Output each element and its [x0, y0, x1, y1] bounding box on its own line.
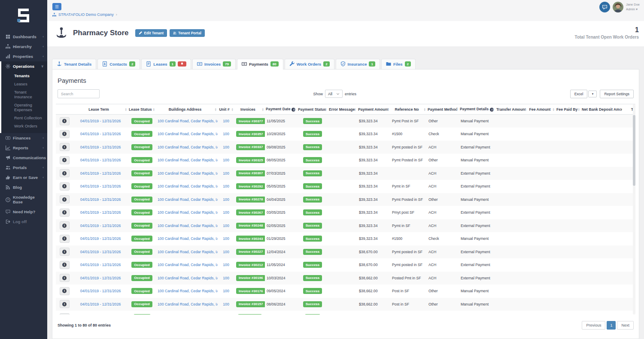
unit-link[interactable]: 100 — [223, 119, 229, 123]
unit-link[interactable]: 100 — [223, 158, 229, 162]
column-header-address[interactable]: Buildings Address▲▼ — [156, 104, 218, 115]
lease-term-link[interactable]: 04/01/2019 - 12/31/2026 — [80, 145, 121, 149]
unit-link[interactable]: 100 — [223, 171, 229, 176]
row-info-button[interactable]: i — [60, 156, 70, 164]
building-address-link[interactable]: 100 Cardinal Road, Cedar Rapids, IA 5240… — [158, 302, 218, 306]
tab-insurance[interactable]: Insurance1 — [336, 59, 380, 69]
building-address-link[interactable]: 100 Cardinal Road, Cedar Rapids, IA 5240… — [158, 210, 218, 215]
invoice-badge-link[interactable]: Invoice #30157 — [236, 301, 265, 307]
lease-term-link[interactable]: 04/01/2019 - 12/31/2026 — [80, 210, 121, 215]
column-header-payment_amount[interactable]: Payment Amount▲▼ — [357, 104, 390, 115]
column-header-transfer_amount[interactable]: Transfer Amount▲▼ — [495, 104, 528, 115]
user-avatar[interactable] — [613, 2, 623, 12]
row-info-button[interactable]: i — [60, 169, 70, 177]
sidebar-toggle-button[interactable]: ☰ — [52, 3, 61, 10]
column-header-unit[interactable]: Unit #▲▼ — [218, 104, 234, 115]
row-info-button[interactable]: i — [60, 248, 70, 256]
unit-link[interactable]: 100 — [223, 224, 229, 228]
unit-link[interactable]: 100 — [223, 210, 229, 215]
invoice-badge-link[interactable]: Invoice #30212 — [236, 262, 265, 268]
building-address-link[interactable]: 100 Cardinal Road, Cedar Rapids, IA 5240… — [158, 276, 218, 280]
sidebar-item-hierarchy[interactable]: Hierarchy‹ — [0, 42, 47, 51]
tenant-portal-button[interactable]: Tenant Portal — [170, 29, 205, 37]
report-settings-button[interactable]: Report Settings — [600, 90, 634, 98]
table-scrollbar[interactable] — [633, 104, 635, 315]
lease-term-link[interactable]: 04/01/2019 - 12/31/2026 — [80, 289, 121, 293]
invoice-badge-link[interactable]: Invoice #30307 — [236, 170, 265, 176]
sidebar-subitem-tenants[interactable]: Tenants — [1, 72, 47, 80]
sidebar-item-portals[interactable]: Portals‹ — [0, 163, 47, 173]
invoice-badge-link[interactable]: Invoice #30196 — [236, 275, 265, 281]
column-header-payment_status[interactable]: Payment Status▲▼ — [297, 104, 328, 115]
sidebar-item-knowledge-base[interactable]: ?Knowledge Base — [0, 192, 47, 207]
column-header-payment_method[interactable]: Payment Method▲▼ — [427, 104, 459, 115]
unit-link[interactable]: 100 — [223, 276, 229, 280]
sidebar-item-operations[interactable]: Operations∨ — [1, 61, 47, 71]
invoice-badge-link[interactable]: Invoice #30278 — [236, 197, 265, 203]
invoice-badge-link[interactable]: Invoice #30248 — [236, 223, 265, 229]
column-header-net_bank_deposit_amount[interactable]: Net Bank Deposit Amount▲▼ — [581, 104, 622, 115]
column-header-fee_paid_by[interactable]: Fee Paid By▲▼ — [556, 104, 581, 115]
building-address-link[interactable]: 100 Cardinal Road, Cedar Rapids, IA 5240… — [158, 171, 218, 176]
lease-term-link[interactable]: 04/01/2019 - 12/31/2026 — [80, 224, 121, 228]
building-address-link[interactable]: 100 Cardinal Road, Cedar Rapids, IA 5240… — [158, 224, 218, 228]
row-info-button[interactable]: i — [60, 261, 70, 269]
sidebar-item-need-help[interactable]: Need Help? — [0, 207, 47, 217]
lease-term-link[interactable]: 04/01/2019 - 12/31/2026 — [80, 276, 121, 280]
sidebar-subitem-rent-collection[interactable]: Rent Collection — [1, 114, 47, 122]
column-header-payment_details[interactable]: Payment Detailsi▲▼ — [459, 104, 495, 115]
building-address-link[interactable]: 100 Cardinal Road, Cedar Rapids, IA 5240… — [158, 250, 218, 254]
invoice-badge-link[interactable]: Invoice #30176 — [236, 288, 265, 294]
invoice-badge-link[interactable]: Invoice #30337 — [236, 144, 265, 150]
row-info-button[interactable]: i — [60, 300, 70, 308]
building-address-link[interactable]: 100 Cardinal Road, Cedar Rapids, IA 5240… — [158, 289, 218, 293]
sidebar-item-log-off[interactable]: Log off — [0, 217, 47, 227]
building-address-link[interactable]: 100 Cardinal Road, Cedar Rapids, IA 5240… — [158, 158, 218, 162]
row-info-button[interactable]: i — [60, 221, 70, 230]
row-info-button[interactable]: i — [60, 235, 70, 243]
column-header-reference_no[interactable]: Reference No▲▼ — [390, 104, 427, 115]
invoice-badge-link[interactable]: Invoice #30357 — [236, 131, 265, 137]
invoice-badge-link[interactable] — [238, 314, 262, 315]
excel-export-button[interactable]: Excel — [570, 90, 588, 98]
pagination-next-button[interactable]: Next — [617, 321, 634, 330]
building-address-link[interactable]: 100 Cardinal Road, Cedar Rapids, IA 5240… — [158, 263, 218, 267]
lease-term-link[interactable]: 04/01/2019 - 12/31/2026 — [80, 250, 121, 254]
lease-term-link[interactable]: 04/01/2019 - 12/31/2026 — [80, 302, 121, 306]
tab-work-orders[interactable]: Work Orders2 — [285, 59, 334, 69]
row-info-button[interactable]: i — [60, 117, 70, 125]
tab-tenant-details[interactable]: Tenant Details — [52, 59, 96, 69]
tab-leases[interactable]: Leases1 — [141, 59, 191, 69]
sidebar-item-reports[interactable]: Reports‹ — [0, 143, 47, 153]
column-header-lease_status[interactable]: Lease Status▲▼ — [128, 104, 156, 115]
tab-files[interactable]: Files2 — [381, 59, 416, 69]
invoice-badge-link[interactable]: Invoice #30267 — [236, 209, 265, 215]
lease-term-link[interactable]: 04/01/2019 - 12/31/2026 — [80, 263, 121, 267]
row-info-button[interactable]: i — [60, 182, 70, 191]
sidebar-subitem-operating-expenses[interactable]: Operating Expenses — [1, 101, 47, 114]
column-header-lease_term[interactable]: Lease Term▲▼ — [73, 104, 128, 115]
pagination-page-1-button[interactable]: 1 — [607, 321, 616, 330]
tab-invoices[interactable]: Invoices79 — [192, 59, 236, 69]
unit-link[interactable]: 100 — [223, 145, 229, 149]
row-info-button[interactable]: i — [60, 130, 70, 138]
building-address-link[interactable]: 100 Cardinal Road, Cedar Rapids, IA 5240… — [158, 145, 218, 149]
lease-term-link[interactable]: 04/01/2019 - 12/31/2026 — [80, 236, 121, 241]
lease-term-link[interactable]: 04/01/2019 - 12/31/2026 — [80, 119, 121, 123]
sidebar-item-properties[interactable]: Properties‹ — [0, 51, 47, 61]
building-address-link[interactable]: 100 Cardinal Road, Cedar Rapids, IA 5240… — [158, 132, 218, 136]
unit-link[interactable]: 100 — [223, 197, 229, 202]
sidebar-item-finances[interactable]: Finances‹ — [0, 133, 47, 143]
lease-term-link[interactable]: 04/01/2019 - 12/31/2026 — [80, 184, 121, 188]
invoice-badge-link[interactable]: Invoice #30227 — [236, 249, 265, 255]
building-address-link[interactable]: 100 Cardinal Road, Cedar Rapids, IA 5240… — [158, 119, 218, 123]
lease-term-link[interactable]: 04/01/2019 - 12/31/2026 — [80, 197, 121, 202]
lease-term-link[interactable]: 04/01/2019 - 12/31/2026 — [80, 158, 121, 162]
unit-link[interactable]: 100 — [223, 236, 229, 241]
sidebar-item-earn-or-save[interactable]: Earn or Save‹ — [0, 173, 47, 182]
building-address-link[interactable]: 100 Cardinal Road, Cedar Rapids, IA 5240… — [158, 184, 218, 188]
lease-term-link[interactable]: 04/01/2019 - 12/31/2026 — [80, 132, 121, 136]
sidebar-item-communications[interactable]: Communications‹ — [0, 153, 47, 163]
entries-select[interactable]: All — [325, 90, 343, 98]
pagination-previous-button[interactable]: Previous — [582, 321, 605, 330]
